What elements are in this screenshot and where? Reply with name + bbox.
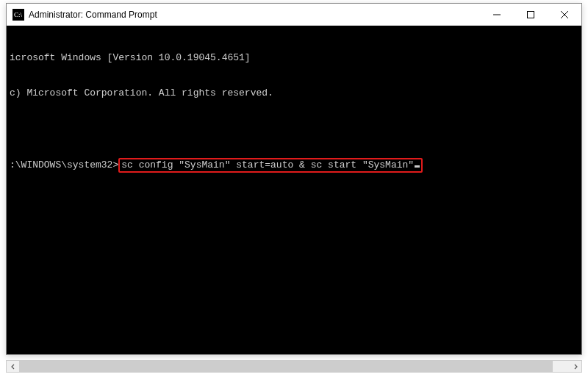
svg-rect-3 — [528, 11, 534, 18]
terminal-line: icrosoft Windows [Version 10.0.19045.465… — [10, 52, 578, 64]
cmd-icon: C:\ — [12, 9, 24, 21]
terminal-content: icrosoft Windows [Version 10.0.19045.465… — [10, 29, 578, 196]
terminal-prompt-line: :\WINDOWS\system32>sc config "SysMain" s… — [10, 158, 578, 173]
command-text: sc config "SysMain" start=auto & sc star… — [121, 159, 414, 170]
scroll-right-button[interactable] — [569, 361, 581, 372]
scrollbar-track[interactable] — [19, 361, 569, 372]
svg-text:C:\: C:\ — [14, 11, 23, 18]
minimize-button[interactable] — [480, 4, 514, 25]
scroll-left-button[interactable] — [7, 361, 19, 372]
highlighted-command: sc config "SysMain" start=auto & sc star… — [118, 158, 423, 173]
terminal-area[interactable]: icrosoft Windows [Version 10.0.19045.465… — [7, 26, 581, 354]
terminal-line: c) Microsoft Corporation. All rights res… — [10, 87, 578, 99]
horizontal-scrollbar[interactable] — [6, 360, 582, 373]
titlebar[interactable]: C:\ Administrator: Command Prompt — [7, 4, 581, 26]
terminal-blank-line — [10, 123, 578, 134]
command-prompt-window: C:\ Administrator: Command Prompt icroso… — [6, 3, 582, 355]
text-cursor — [415, 165, 420, 168]
maximize-button[interactable] — [514, 4, 548, 25]
prompt-text: :\WINDOWS\system32> — [10, 159, 118, 171]
window-title: Administrator: Command Prompt — [29, 10, 480, 20]
window-controls — [480, 4, 581, 25]
close-button[interactable] — [548, 4, 581, 25]
scrollbar-thumb[interactable] — [19, 361, 553, 372]
